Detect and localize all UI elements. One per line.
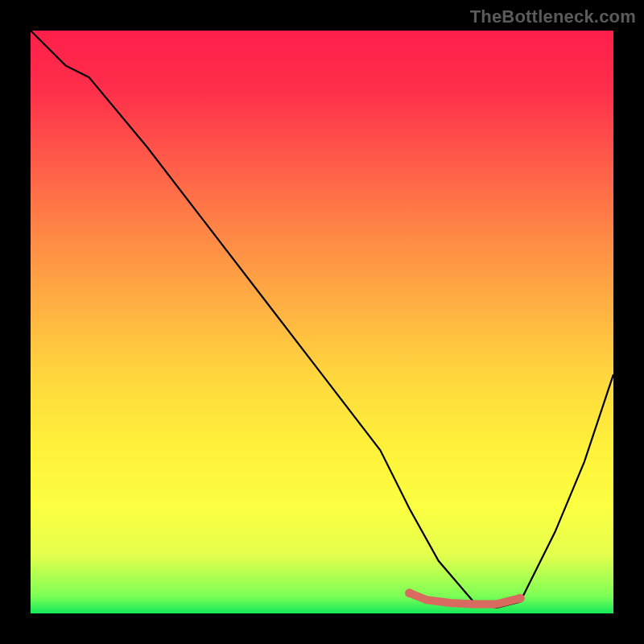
optimal-range-cap [516, 594, 525, 603]
optimal-range-cap [405, 588, 414, 597]
bottleneck-curve [31, 31, 613, 608]
watermark-label: TheBottleneck.com [470, 6, 636, 27]
optimal-range-highlight [410, 593, 521, 605]
chart-overlay [0, 0, 644, 644]
chart-container: TheBottleneck.com [0, 0, 644, 644]
